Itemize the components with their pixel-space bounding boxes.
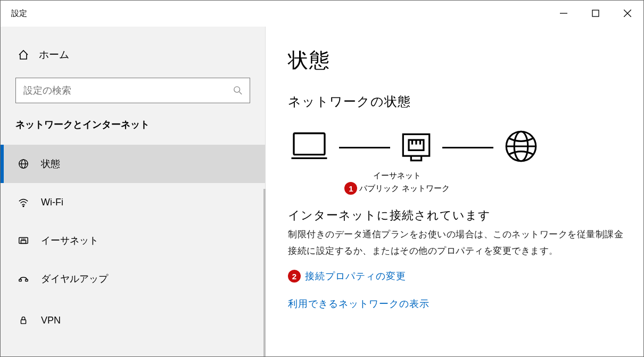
- network-type: パブリック ネットワーク: [359, 184, 449, 194]
- show-networks-row: 利用できるネットワークの表示: [288, 297, 643, 310]
- home-label: ホーム: [39, 48, 69, 62]
- sidebar-item-ethernet[interactable]: イーサネット: [1, 221, 265, 260]
- connected-heading: インターネットに接続されています: [288, 207, 643, 223]
- close-button[interactable]: [612, 1, 643, 26]
- diagram-line: [442, 147, 493, 148]
- sidebar-item-label: ダイヤルアップ: [41, 272, 108, 285]
- svg-rect-15: [19, 279, 22, 281]
- diagram-ethernet-node: [401, 132, 432, 163]
- titlebar: 設定: [1, 1, 643, 27]
- svg-point-4: [234, 87, 240, 93]
- diagram-line: [339, 147, 390, 148]
- network-name: イーサネット: [288, 171, 506, 181]
- annotation-badge-1: 1: [344, 182, 357, 195]
- ethernet-icon: [18, 235, 29, 246]
- maximize-icon: [592, 10, 599, 17]
- svg-point-9: [23, 206, 24, 207]
- svg-rect-17: [21, 320, 26, 323]
- ethernet-port-icon: [401, 132, 432, 163]
- close-icon: [624, 10, 631, 17]
- window-controls: [548, 1, 643, 26]
- sidebar: ホーム ネットワークとインターネット 状態 Wi-Fi: [1, 27, 266, 356]
- network-type-row: 1 パブリック ネットワーク: [288, 182, 506, 195]
- svg-rect-16: [26, 279, 28, 281]
- section-subheading: ネットワークの状態: [288, 93, 643, 110]
- search-input[interactable]: [16, 85, 226, 96]
- minimize-icon: [560, 10, 567, 17]
- page-title: 状態: [288, 47, 643, 74]
- svg-line-5: [240, 92, 242, 95]
- sidebar-item-label: Wi-Fi: [41, 197, 63, 208]
- change-properties-row: 2 接続プロパティの変更: [288, 270, 643, 283]
- home-icon: [18, 49, 29, 61]
- svg-rect-18: [294, 133, 325, 154]
- sidebar-item-label: 状態: [41, 157, 60, 170]
- sidebar-item-status[interactable]: 状態: [1, 145, 265, 183]
- sidebar-item-vpn[interactable]: VPN: [1, 298, 265, 339]
- wifi-icon: [18, 196, 29, 208]
- svg-rect-20: [403, 134, 429, 156]
- show-networks-link[interactable]: 利用できるネットワークの表示: [288, 297, 430, 310]
- maximize-button[interactable]: [580, 1, 612, 26]
- sidebar-section-heading: ネットワークとインターネット: [1, 118, 265, 145]
- settings-window: 設定 ホーム: [0, 0, 644, 357]
- change-properties-link[interactable]: 接続プロパティの変更: [305, 270, 406, 283]
- minimize-button[interactable]: [548, 1, 580, 26]
- svg-rect-11: [21, 240, 26, 243]
- network-diagram: [288, 129, 643, 165]
- svg-rect-1: [592, 10, 599, 16]
- window-body: ホーム ネットワークとインターネット 状態 Wi-Fi: [1, 27, 643, 356]
- diagram-caption: イーサネット 1 パブリック ネットワーク: [288, 171, 506, 195]
- globe-icon: [18, 158, 29, 170]
- sidebar-item-label: イーサネット: [41, 234, 98, 247]
- pc-icon: [290, 131, 328, 164]
- sidebar-item-wifi[interactable]: Wi-Fi: [1, 183, 265, 221]
- connected-description: 制限付きのデータ通信プランをお使いの場合は、このネットワークを従量制課金接続に設…: [288, 227, 629, 259]
- vpn-icon: [18, 314, 29, 326]
- sidebar-item-label: VPN: [41, 315, 61, 326]
- search-icon: [226, 86, 250, 95]
- sidebar-item-dialup[interactable]: ダイヤルアップ: [1, 260, 265, 298]
- home-link[interactable]: ホーム: [1, 48, 265, 78]
- dialup-icon: [18, 273, 29, 285]
- main-content: 状態 ネットワークの状態 イーサネット 1 パブリック ネ: [266, 27, 643, 356]
- search-box[interactable]: [15, 78, 250, 103]
- window-title: 設定: [1, 9, 27, 19]
- internet-globe-icon: [504, 129, 538, 165]
- annotation-badge-2: 2: [288, 270, 301, 283]
